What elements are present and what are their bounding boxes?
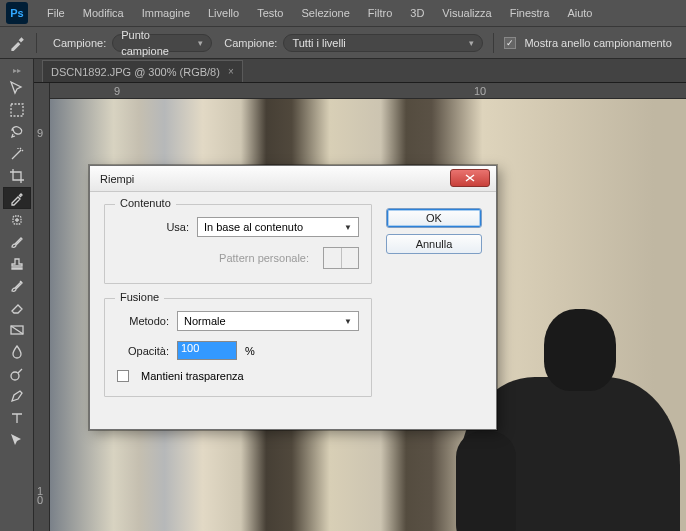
- cancel-button[interactable]: Annulla: [386, 234, 482, 254]
- menu-testo[interactable]: Testo: [248, 3, 292, 23]
- usa-value: In base al contenuto: [204, 221, 303, 233]
- campione1-value: Punto campione: [121, 27, 198, 59]
- mantieni-label: Mantieni trasparenza: [141, 370, 244, 382]
- stamp-tool[interactable]: [3, 253, 31, 275]
- menu-finestra[interactable]: Finestra: [501, 3, 559, 23]
- opacita-input[interactable]: 100: [177, 341, 237, 360]
- usa-label: Usa:: [117, 221, 189, 233]
- pen-tool[interactable]: [3, 385, 31, 407]
- pattern-label: Pattern personale:: [219, 252, 309, 264]
- menu-filtro[interactable]: Filtro: [359, 3, 401, 23]
- horizontal-ruler[interactable]: 9 10: [50, 83, 686, 99]
- dialog-titlebar[interactable]: Riempi: [90, 166, 496, 192]
- collapse-icon[interactable]: ▸▸: [0, 65, 33, 75]
- document-tab[interactable]: DSCN1892.JPG @ 300% (RGB/8) ×: [42, 60, 243, 82]
- metodo-value: Normale: [184, 315, 226, 327]
- wand-tool[interactable]: [3, 143, 31, 165]
- gradient-tool[interactable]: [3, 319, 31, 341]
- menu-3d[interactable]: 3D: [401, 3, 433, 23]
- campione2-label: Campione:: [224, 37, 277, 49]
- chevron-down-icon: ▼: [344, 317, 352, 326]
- type-tool[interactable]: [3, 407, 31, 429]
- crop-tool[interactable]: [3, 165, 31, 187]
- svg-point-3: [11, 372, 19, 380]
- tool-sidebar: ▸▸: [0, 59, 34, 531]
- eyedropper-icon: [8, 34, 26, 52]
- vertical-ruler[interactable]: 9 1 0: [34, 83, 50, 531]
- svg-rect-0: [11, 104, 23, 116]
- close-button[interactable]: [450, 169, 490, 187]
- ruler-tick: 9: [37, 127, 43, 139]
- campione1-label: Campione:: [53, 37, 106, 49]
- menu-aiuto[interactable]: Aiuto: [558, 3, 601, 23]
- pattern-swatch: [323, 247, 359, 269]
- path-tool[interactable]: [3, 429, 31, 451]
- history-brush-tool[interactable]: [3, 275, 31, 297]
- close-icon: [465, 174, 475, 182]
- ruler-tick: 10: [474, 85, 486, 97]
- dialog-title: Riempi: [100, 173, 134, 185]
- chevron-down-icon: ▾: [469, 35, 474, 51]
- tab-bar: DSCN1892.JPG @ 300% (RGB/8) ×: [0, 59, 686, 83]
- metodo-select[interactable]: Normale ▼: [177, 311, 359, 331]
- menu-file[interactable]: File: [38, 3, 74, 23]
- lasso-tool[interactable]: [3, 121, 31, 143]
- metodo-label: Metodo:: [117, 315, 169, 327]
- menu-immagine[interactable]: Immagine: [133, 3, 199, 23]
- menu-visualizza[interactable]: Visualizza: [433, 3, 500, 23]
- fill-dialog: Riempi Contenuto Usa: In base al contenu…: [89, 165, 497, 430]
- eyedropper-tool[interactable]: [3, 187, 31, 209]
- fusione-legend: Fusione: [115, 291, 164, 303]
- menu-livello[interactable]: Livello: [199, 3, 248, 23]
- close-icon[interactable]: ×: [228, 61, 234, 83]
- chevron-down-icon: ▾: [198, 35, 203, 51]
- campione2-select[interactable]: Tutti i livelli▾: [283, 34, 483, 52]
- dodge-tool[interactable]: [3, 363, 31, 385]
- menubar: Ps File Modifica Immagine Livello Testo …: [0, 0, 686, 27]
- campione1-select[interactable]: Punto campione▾: [112, 34, 212, 52]
- options-bar: Campione: Punto campione▾ Campione: Tutt…: [0, 27, 686, 59]
- ring-label: Mostra anello campionamento: [524, 37, 671, 49]
- campione2-value: Tutti i livelli: [292, 35, 345, 51]
- ruler-tick: 1 0: [37, 487, 43, 505]
- marquee-tool[interactable]: [3, 99, 31, 121]
- fusione-fieldset: Fusione Metodo: Normale ▼ Opacità: 100 %…: [104, 298, 372, 397]
- document-tab-title: DSCN1892.JPG @ 300% (RGB/8): [51, 61, 220, 83]
- move-tool[interactable]: [3, 77, 31, 99]
- mantieni-checkbox[interactable]: [117, 370, 129, 382]
- brush-tool[interactable]: [3, 231, 31, 253]
- opacita-unit: %: [245, 345, 255, 357]
- ok-button[interactable]: OK: [386, 208, 482, 228]
- blur-tool[interactable]: [3, 341, 31, 363]
- chevron-down-icon: ▼: [344, 223, 352, 232]
- ring-checkbox[interactable]: ✓: [504, 37, 516, 49]
- contenuto-legend: Contenuto: [115, 197, 176, 209]
- eraser-tool[interactable]: [3, 297, 31, 319]
- heal-tool[interactable]: [3, 209, 31, 231]
- menu-selezione[interactable]: Selezione: [292, 3, 358, 23]
- opacita-label: Opacità:: [117, 345, 169, 357]
- ruler-tick: 9: [114, 85, 120, 97]
- usa-select[interactable]: In base al contenuto ▼: [197, 217, 359, 237]
- menu-modifica[interactable]: Modifica: [74, 3, 133, 23]
- contenuto-fieldset: Contenuto Usa: In base al contenuto ▼ Pa…: [104, 204, 372, 284]
- app-logo: Ps: [6, 2, 28, 24]
